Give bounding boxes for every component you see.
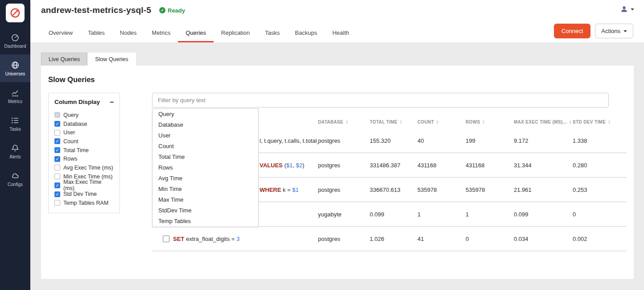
query-tab-slow-queries[interactable]: Slow Queries — [87, 53, 136, 66]
cell-std-dev-time: 0.253 — [573, 186, 627, 193]
column-display-options: QueryDatabaseUserCountTotal TimeRowsAvg … — [54, 111, 114, 207]
cell-count: 431168 — [417, 162, 466, 169]
checkbox[interactable] — [54, 182, 60, 188]
sidebar-item-label: Dashboard — [4, 44, 26, 49]
connect-button[interactable]: Connect — [554, 24, 590, 38]
tab-tasks[interactable]: Tasks — [257, 25, 287, 42]
column-header-database[interactable]: DATABASE▲▼ — [318, 120, 370, 124]
query-segment: extra_float_digits = — [184, 236, 236, 242]
sidebar-item-metrics[interactable]: Metrics — [0, 82, 30, 110]
tab-metrics[interactable]: Metrics — [144, 25, 178, 42]
column-header-rows[interactable]: ROWS▲▼ — [466, 120, 514, 124]
column-option-total-time[interactable]: Total Time — [54, 146, 114, 155]
sidebar-item-label: Configs — [8, 182, 23, 187]
cell-max-exec-time: 9.172 — [514, 137, 573, 144]
panel-body: Column Display − QueryDatabaseUserCountT… — [48, 93, 627, 251]
query-segment: WHERE — [260, 186, 281, 193]
header: andrew-test-metrics-ysql-5 Ready Overvie… — [30, 0, 644, 42]
sort-icon: ▲▼ — [400, 120, 402, 124]
checkbox[interactable] — [54, 121, 60, 127]
actions-button[interactable]: Actions — [595, 24, 633, 38]
collapse-button[interactable]: − — [110, 99, 114, 105]
column-option-user[interactable]: User — [54, 128, 114, 137]
column-option-rows[interactable]: Rows — [54, 154, 114, 163]
query-segment: SET — [173, 236, 184, 242]
checkbox[interactable] — [54, 130, 60, 136]
sidebar-item-alerts[interactable]: Alerts — [0, 137, 30, 165]
user-menu[interactable] — [620, 5, 634, 13]
alerts-icon — [11, 144, 20, 153]
dropdown-item-avg-time[interactable]: Avg Time — [153, 173, 258, 184]
column-option-temp-tables-ram[interactable]: Temp Tables RAM — [54, 199, 114, 207]
query-segment: ( — [283, 162, 286, 169]
column-header-max-exec-time-ms[interactable]: MAX EXEC TIME (MS)...▲▼ — [514, 120, 573, 124]
table-area: DATABASE▲▼TOTAL TIME▲▼COUNT▲▼ROWS▲▼MAX E… — [152, 93, 627, 251]
status-label: Ready — [168, 7, 185, 14]
sidebar-item-label: Tasks — [9, 127, 21, 132]
column-header-label: TOTAL TIME — [370, 120, 397, 124]
checkbox[interactable] — [54, 174, 60, 179]
column-display-header: Column Display − — [54, 99, 114, 105]
checkbox[interactable] — [54, 165, 60, 170]
cell-std-dev-time: 0.280 — [573, 162, 627, 169]
query-text: VALUES ($1, $2) — [260, 162, 304, 169]
universes-icon — [11, 61, 20, 70]
sort-icon: ▲▼ — [346, 120, 348, 124]
dropdown-item-user[interactable]: User — [153, 130, 258, 141]
column-header-label: STD DEV TIME — [573, 120, 606, 124]
cell-database: postgres — [318, 236, 370, 242]
cell-total-time: 155.320 — [370, 137, 417, 144]
checkbox[interactable] — [54, 200, 60, 206]
dropdown-item-database[interactable]: Database — [153, 120, 258, 130]
cell-count: 41 — [417, 236, 466, 242]
sidebar-item-tasks[interactable]: Tasks — [0, 110, 30, 137]
checkbox[interactable] — [54, 156, 60, 162]
sort-icon: ▲▼ — [483, 120, 485, 124]
cell-rows: 199 — [466, 137, 514, 144]
column-option-query[interactable]: Query — [54, 111, 114, 120]
tab-backups[interactable]: Backups — [287, 25, 325, 42]
dropdown-item-max-time[interactable]: Max Time — [153, 195, 258, 205]
dropdown-item-count[interactable]: Count — [153, 141, 258, 152]
column-option-max-exec-time-ms[interactable]: Max Exec Time (ms) — [54, 181, 114, 190]
sidebar-item-configs[interactable]: Configs — [0, 165, 30, 193]
query-filter-input[interactable] — [152, 93, 609, 108]
tab-health[interactable]: Health — [325, 25, 357, 42]
query-text: WHERE k = $1 — [260, 186, 299, 193]
row-checkbox[interactable] — [163, 236, 169, 242]
column-option-avg-exec-time-ms[interactable]: Avg Exec Time (ms) — [54, 163, 114, 172]
query-tab-live-queries[interactable]: Live Queries — [41, 53, 87, 66]
column-option-database[interactable]: Database — [54, 120, 114, 128]
query-segment: $1 — [286, 162, 293, 169]
dropdown-item-rows[interactable]: Rows — [153, 162, 258, 173]
dropdown-item-query[interactable]: Query — [153, 109, 258, 120]
query-segment: ) — [302, 162, 304, 169]
yugabyte-logo[interactable] — [6, 4, 25, 22]
sidebar-item-dashboard[interactable]: Dashboard — [0, 27, 30, 54]
checkbox[interactable] — [54, 191, 60, 197]
column-option-label: Database — [63, 121, 87, 127]
checkbox[interactable] — [54, 138, 60, 144]
column-header-std-dev-time[interactable]: STD DEV TIME▲▼ — [573, 120, 627, 124]
dropdown-item-min-time[interactable]: Min Time — [153, 184, 258, 195]
dropdown-item-total-time[interactable]: Total Time — [153, 152, 258, 162]
column-display-panel: Column Display − QueryDatabaseUserCountT… — [48, 93, 120, 213]
column-header-count[interactable]: COUNT▲▼ — [417, 120, 466, 124]
checkbox[interactable] — [54, 147, 60, 153]
tab-queries[interactable]: Queries — [178, 25, 214, 42]
sidebar-item-universes[interactable]: Universes — [0, 54, 30, 82]
cell-max-exec-time: 31.344 — [514, 162, 573, 169]
column-option-count[interactable]: Count — [54, 137, 114, 146]
cell-total-time: 331486.387 — [370, 162, 417, 169]
dropdown-item-temp-tables[interactable]: Temp Tables — [153, 216, 258, 227]
query-text: l, t.query, t.calls, t.total_... — [260, 137, 318, 144]
tab-overview[interactable]: Overview — [41, 25, 80, 42]
column-header-total-time[interactable]: TOTAL TIME▲▼ — [370, 120, 417, 124]
tab-tables[interactable]: Tables — [80, 25, 112, 42]
check-circle-icon — [159, 7, 165, 13]
tab-nodes[interactable]: Nodes — [112, 25, 144, 42]
checkbox[interactable] — [54, 112, 60, 118]
dropdown-item-stddev-time[interactable]: StdDev Time — [153, 205, 258, 216]
sidebar-item-label: Universes — [5, 71, 25, 76]
tab-replication[interactable]: Replication — [214, 25, 257, 42]
